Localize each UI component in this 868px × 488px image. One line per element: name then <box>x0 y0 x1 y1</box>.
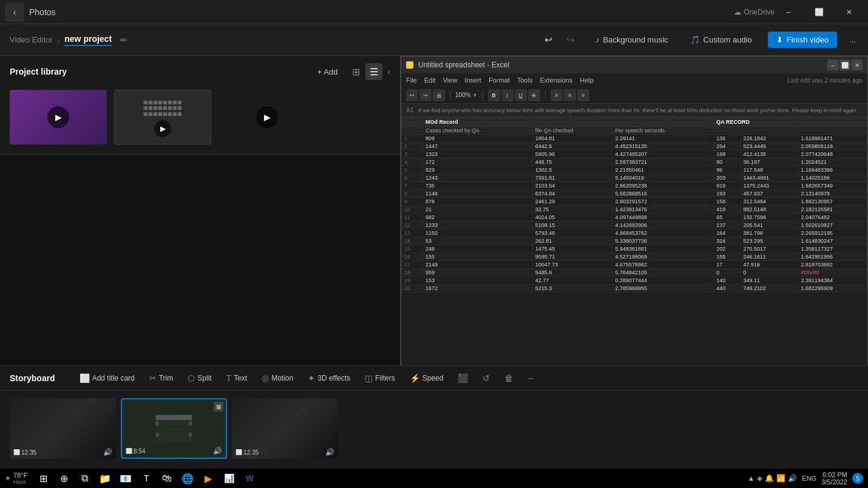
store-button[interactable]: 🛍 <box>158 470 175 487</box>
tb-italic[interactable]: I <box>501 89 514 101</box>
delete-clip-button[interactable]: 🗑 <box>500 371 518 385</box>
motion-button[interactable]: ◎ Motion <box>257 371 298 385</box>
menu-insert[interactable]: Insert <box>464 76 481 84</box>
play-icon-1: ▶ <box>47 106 69 128</box>
storyboard-clip-3[interactable]: ⬜ 12.35 🔊 <box>232 398 338 459</box>
tb-redo[interactable]: ↪ <box>419 89 432 101</box>
finish-video-button[interactable]: ⬇ Finish video <box>768 32 837 48</box>
explorer-button[interactable]: 📁 <box>97 470 114 487</box>
media-item-3[interactable]: ▶ <box>219 90 316 144</box>
taskbar: ☀ 78°F Haze ⊞ ⊕ ⧉ 📁 📧 T 🛍 🌐 ▶ 📊 W ▲ ◈ 🔔 … <box>0 469 868 488</box>
filters-button[interactable]: ◫ Filters <box>360 371 400 385</box>
menu-format[interactable]: Format <box>489 76 510 84</box>
menu-tools[interactable]: Tools <box>517 76 533 84</box>
ss-maximize-button[interactable]: ⬜ <box>839 59 850 70</box>
col-header-qa: QA RECORD <box>714 118 867 127</box>
redo-button[interactable]: ↪ <box>560 30 580 50</box>
collapse-panel-button[interactable]: ‹ <box>387 67 390 76</box>
menu-help[interactable]: Help <box>580 76 594 84</box>
tb-align-center[interactable]: ≡ <box>564 89 576 101</box>
minimize-button[interactable]: – <box>775 2 802 22</box>
tray-notification-icon[interactable]: 🔔 <box>765 474 774 483</box>
word-button[interactable]: W <box>241 470 258 487</box>
grid-view-button[interactable]: ⊞ <box>347 63 364 80</box>
task-view-button[interactable]: ⧉ <box>76 470 93 487</box>
edit-project-name-icon[interactable]: ✏ <box>120 35 127 45</box>
toolbar-separator-2 <box>483 90 483 100</box>
list-view-button[interactable]: ☰ <box>365 63 382 80</box>
project-name[interactable]: new project <box>64 34 112 46</box>
tb-bold[interactable]: B <box>488 89 500 101</box>
teams-button[interactable]: T <box>138 470 155 487</box>
back-button[interactable]: ‹ <box>5 2 24 22</box>
tb-align-right[interactable]: ≡ <box>577 89 589 101</box>
add-media-button[interactable]: + Add <box>313 65 343 79</box>
motion-icon: ◎ <box>262 373 269 383</box>
ss-minimize-button[interactable]: – <box>827 59 838 70</box>
close-button[interactable]: ✕ <box>835 2 863 22</box>
tray-wifi-icon[interactable]: 📶 <box>776 474 785 483</box>
trim-label: Trim <box>159 374 174 382</box>
background-music-button[interactable]: ♪ Background music <box>589 32 674 48</box>
menu-view[interactable]: View <box>443 76 458 84</box>
3d-effects-button[interactable]: ✦ 3D effects <box>303 371 355 385</box>
clip-3-thumbnail: ⬜ 12.35 🔊 <box>232 398 338 459</box>
search-button[interactable]: ⊕ <box>55 470 72 487</box>
trim-button[interactable]: ✂ Trim <box>144 371 178 385</box>
storyboard-clip-2[interactable]: ████████████ ▓░░░░░░░░░░▓ ░░░░░░░░░░░░ ▓… <box>121 398 227 459</box>
start-button[interactable]: ⊞ <box>35 470 52 487</box>
taskbar-left: ☀ 78°F Haze ⊞ ⊕ ⧉ 📁 📧 T 🛍 🌐 ▶ 📊 W <box>5 470 258 487</box>
table-row: 189595485.65.76484210500#DIV/0! <box>402 269 867 277</box>
taskbar-clock[interactable]: 6:02 PM 3/5/2022 <box>821 471 847 486</box>
3d-effects-label: 3D effects <box>317 374 350 382</box>
more-clip-options-button[interactable]: ··· <box>523 371 538 385</box>
menu-extensions[interactable]: Extensions <box>540 76 572 84</box>
more-options-button[interactable]: ... <box>847 33 858 47</box>
tb-print[interactable]: 🖨 <box>433 89 445 101</box>
add-title-card-button[interactable]: ⬜ Add title card <box>75 371 140 385</box>
clip-3-duration-icon: ⬜ <box>236 449 242 455</box>
media-thumbnail-1: ▶ <box>10 90 107 144</box>
delete-icon: 🗑 <box>504 373 513 383</box>
text-button[interactable]: T Text <box>222 371 253 385</box>
table-row: 2016725215.32.785969955440749.21021.6822… <box>402 285 867 293</box>
excel-icon <box>406 61 413 69</box>
toolbar-group-3: B I U S <box>488 89 540 101</box>
crop-button[interactable]: ⬛ <box>453 371 473 385</box>
storyboard-title: Storyboard <box>10 373 55 383</box>
weather-condition: Haze <box>13 479 27 485</box>
tb-undo[interactable]: ↩ <box>406 89 418 101</box>
split-button[interactable]: ⬡ Split <box>183 371 216 385</box>
media-item-1[interactable]: ▶ <box>10 90 107 144</box>
edge-button[interactable]: 🌐 <box>179 470 196 487</box>
play-icon-3: ▶ <box>256 106 278 128</box>
clip-3-audio-icon: 🔊 <box>325 448 334 456</box>
maximize-button[interactable]: ⬜ <box>805 2 833 22</box>
spreadsheet-data-area[interactable]: MOd Record QA RECORD Cases checked by QA… <box>401 117 867 381</box>
menu-edit[interactable]: Edit <box>424 76 436 84</box>
tb-align-left[interactable]: ≡ <box>551 89 563 101</box>
table-row: 4172446.752.5973837218036.1971.2024521 <box>402 158 867 166</box>
storyboard-clip-1[interactable]: ⬜ 12.35 🔊 <box>10 398 116 459</box>
tb-strikethrough[interactable]: S <box>528 89 540 101</box>
loop-button[interactable]: ↺ <box>478 371 495 385</box>
tb-underline[interactable]: U <box>515 89 527 101</box>
undo-button[interactable]: ↩ <box>538 30 558 50</box>
vlc-button[interactable]: ▶ <box>200 470 217 487</box>
finish-video-icon: ⬇ <box>776 35 783 44</box>
tray-expand-icon[interactable]: ▲ <box>747 474 754 483</box>
zoom-dropdown-icon[interactable]: ▾ <box>473 92 476 98</box>
mail-button[interactable]: 📧 <box>117 470 134 487</box>
media-item-2[interactable]: ▦▦▦▦▦▦▦▦▦▦▦▦▦▦▦▦▦▦▦▦▦▦▦▦ ▶ <box>114 90 211 144</box>
notification-badge[interactable]: 5 <box>852 473 863 484</box>
speed-button[interactable]: ⚡ Speed <box>405 371 449 385</box>
tray-dropbox-icon[interactable]: ◈ <box>757 474 762 483</box>
custom-audio-button[interactable]: 🎵 Custom audio <box>684 32 758 48</box>
ss-close-button[interactable]: ✕ <box>852 59 863 70</box>
tray-volume-icon[interactable]: 🔊 <box>788 474 797 483</box>
text-label: Text <box>234 374 247 382</box>
app-icon-1[interactable]: 📊 <box>220 470 237 487</box>
sub-col-file: file QA checked <box>532 127 612 135</box>
speed-icon: ⚡ <box>410 373 420 383</box>
menu-file[interactable]: File <box>406 76 417 84</box>
